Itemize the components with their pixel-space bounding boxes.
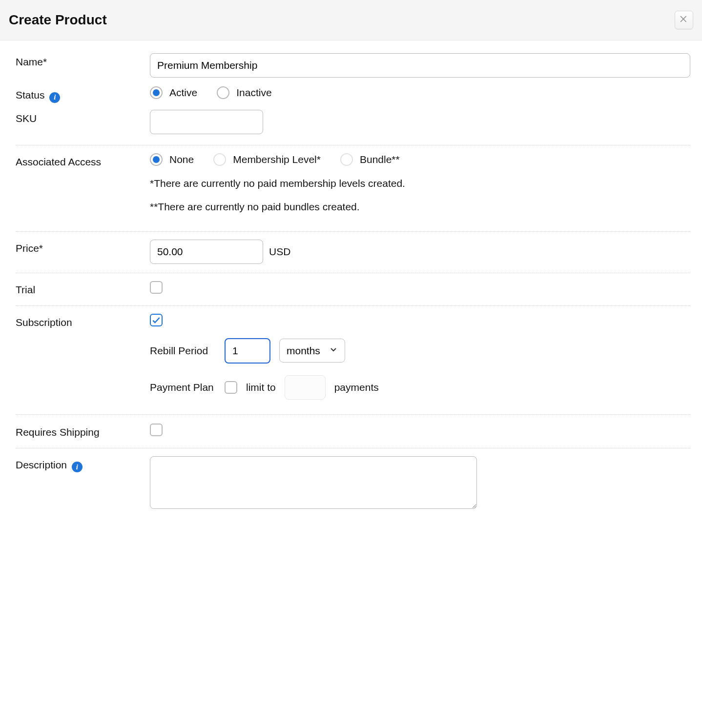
price-label: Price* [16, 238, 150, 254]
info-icon[interactable]: i [72, 462, 83, 472]
divider [16, 273, 690, 273]
price-input[interactable] [150, 240, 263, 264]
radio-label: Inactive [236, 87, 271, 99]
divider [16, 448, 690, 448]
radio-label: Bundle** [360, 154, 400, 165]
radio-label: Membership Level* [233, 154, 321, 165]
divider [16, 414, 690, 415]
description-label: Description i [16, 454, 150, 473]
divider [16, 231, 690, 232]
divider [16, 145, 690, 145]
form-body: Name* Status i Active Inactive SKU [0, 40, 702, 517]
modal-header: Create Product [0, 0, 702, 40]
radio-icon [150, 153, 163, 166]
name-input[interactable] [150, 53, 690, 78]
radio-icon [340, 153, 353, 166]
radio-label: None [169, 154, 194, 165]
divider [16, 305, 690, 306]
status-label: Status i [16, 84, 150, 103]
trial-checkbox[interactable] [150, 281, 163, 294]
access-membership-radio[interactable]: Membership Level* [213, 153, 321, 166]
access-bundle-radio[interactable]: Bundle** [340, 153, 400, 166]
limit-to-label: limit to [246, 382, 276, 393]
payment-plan-label: Payment Plan [150, 382, 216, 393]
requires-shipping-checkbox[interactable] [150, 424, 163, 436]
info-icon[interactable]: i [49, 92, 60, 103]
description-textarea[interactable] [150, 456, 477, 509]
sku-label: SKU [16, 108, 150, 124]
subscription-checkbox[interactable] [150, 314, 163, 326]
membership-note: *There are currently no paid membership … [150, 178, 690, 189]
trial-label: Trial [16, 279, 150, 296]
currency-label: USD [269, 246, 290, 258]
modal-title: Create Product [9, 12, 107, 28]
payment-plan-checkbox[interactable] [225, 381, 237, 394]
rebill-unit-select[interactable]: months [279, 339, 345, 363]
radio-icon [213, 153, 226, 166]
radio-label: Active [169, 87, 197, 99]
requires-shipping-label: Requires Shipping [16, 422, 150, 438]
close-icon [679, 14, 689, 26]
radio-icon [217, 86, 229, 99]
status-active-radio[interactable]: Active [150, 86, 197, 99]
bundle-note: **There are currently no paid bundles cr… [150, 201, 690, 213]
rebill-period-label: Rebill Period [150, 345, 216, 357]
rebill-qty-input[interactable] [225, 338, 270, 364]
radio-icon [150, 86, 163, 99]
sku-input[interactable] [150, 110, 263, 134]
payment-count-input[interactable] [285, 375, 326, 400]
close-button[interactable] [675, 11, 693, 29]
associated-access-label: Associated Access [16, 151, 150, 168]
name-label: Name* [16, 51, 150, 68]
status-inactive-radio[interactable]: Inactive [217, 86, 271, 99]
access-none-radio[interactable]: None [150, 153, 194, 166]
payments-label: payments [334, 382, 379, 393]
subscription-label: Subscription [16, 312, 150, 328]
